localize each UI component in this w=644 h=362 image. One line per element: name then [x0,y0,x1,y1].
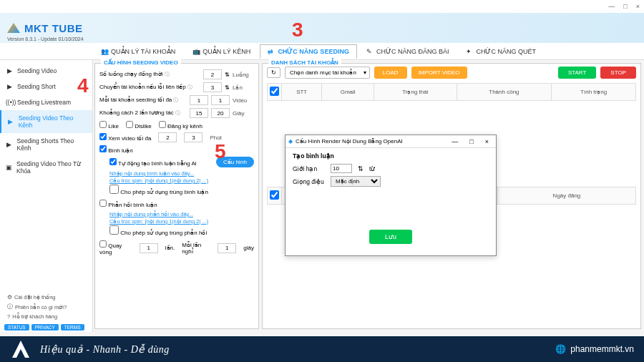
status-badge[interactable]: STATUS [4,324,29,331]
select-all-videos-checkbox[interactable] [270,190,279,200]
watch-max-input[interactable] [184,132,203,142]
gap-max-input[interactable] [211,108,230,118]
maxseed-label: Mỗi tài khoản seeding tối đa [99,97,172,103]
maximize-button[interactable]: □ [623,3,627,10]
watch-min-input[interactable] [158,132,177,142]
changelog-link[interactable]: ⓘPhiên bản có gì mới? [4,302,90,312]
comment-content-link[interactable]: Nhập nội dung bình luận vào đây... [109,170,254,177]
col-date: Ngày đăng [497,187,635,205]
tone-select[interactable]: Mặc định [331,176,381,187]
window-titlebar: — □ × [0,0,644,13]
allow-dup-reply-checkbox[interactable]: Cho phép sử dụng trùng phản hồi [109,230,207,236]
globe-icon: 🌐 [555,344,566,354]
maxseed-max-input[interactable] [211,95,230,105]
play-icon: ▶ [6,67,13,74]
sidebar-item-seeding-video[interactable]: ▶Seeding Video [0,63,92,79]
dislike-checkbox[interactable]: Dislike [126,121,152,129]
reply-spin-link[interactable]: Cấu trúc spin: {nội dung 1|nội dung 2| .… [109,218,254,225]
tab-channels[interactable]: 📺QUẢN LÝ KÊNH [185,44,258,59]
sidebar-item-label: Seeding Video Theo Kênh [19,114,87,129]
sidebar-item-seeding-livestream[interactable]: ((•))Seeding Livestream [0,94,92,110]
category-select[interactable]: Chọn danh mục tài khoản ▾ [285,67,370,79]
app-title: MKT TUBE [24,22,83,34]
threads-input[interactable] [203,69,222,79]
support-link[interactable]: ?Hỗ trợ khách hàng [4,312,90,321]
modal-close-button[interactable]: × [481,138,493,145]
like-label: Like [108,123,119,129]
footer-url[interactable]: 🌐phanmemmkt.vn [555,344,634,354]
tab-label: CHỨC NĂNG ĐĂNG BÀI [376,48,449,55]
reload-icon[interactable]: ↻ [267,67,280,78]
close-button[interactable]: × [636,3,640,10]
config-ai-button[interactable]: Cấu hình [216,157,254,167]
col-gmail: Gmail [322,84,374,101]
reply-checkbox[interactable]: Phản hồi bình luận [99,200,157,208]
start-button[interactable]: START [558,67,596,79]
table-header-row: STT Gmail Trạng thái Thành công Tình trạ… [268,84,636,101]
maxseed-unit: Video [233,97,254,104]
watch-checkbox[interactable]: Xem video tối đa [99,133,151,142]
stop-button[interactable]: STOP [600,67,636,79]
modal-minimize-button[interactable]: — [447,138,462,145]
sidebar-item-seeding-shorts-channel[interactable]: ▶Seeding Shorts Theo Kênh [0,133,92,156]
reply-content-link[interactable]: Nhập nội dung phản hồi vào đây... [109,211,254,217]
terms-badge[interactable]: TERMS [61,324,84,331]
category-placeholder: Chọn danh mục tài khoản [290,69,356,76]
post-icon: ✎ [366,48,374,55]
modal-save-button[interactable]: Lưu [369,230,412,244]
footer: Hiệu quả - Nhanh - Dễ dùng 🌐phanmemmkt.v… [0,336,644,362]
sidebar-item-label: Seeding Video [17,67,57,74]
modal-icon: ◆ [288,138,293,145]
tab-scan[interactable]: ✦CHỨC NĂNG QUÉT [458,44,544,59]
limit-input[interactable] [331,164,352,173]
auto-ai-checkbox[interactable]: Tự động tạo bình luận bằng Ai [109,158,197,167]
tab-posting[interactable]: ✎CHỨC NĂNG ĐĂNG BÀI [358,44,457,59]
comment-checkbox[interactable]: Bình luận [99,145,133,154]
privacy-badge[interactable]: PRIVACY [31,324,59,331]
like-checkbox[interactable]: Like [99,121,119,129]
rest-input[interactable] [218,243,236,253]
minimize-button[interactable]: — [608,3,615,10]
switch-input[interactable] [203,82,222,92]
accounts-table: STT Gmail Trạng thái Thành công Tình trạ… [267,83,636,101]
sidebar-item-seeding-video-channel[interactable]: ▶Seeding Video Theo Kênh [0,110,92,133]
limit-label: Giới hạn [293,165,325,172]
rest-unit: giây [243,245,254,251]
gap-min-input[interactable] [190,108,208,118]
modal-maximize-button[interactable]: □ [465,138,477,145]
live-icon: ((•)) [6,99,13,106]
tab-label: QUẢN LÝ KÊNH [203,48,250,55]
allow-dup-comment-checkbox[interactable]: Cho phép sử dụng trùng bình luận [109,189,208,195]
gap-unit: Giây [233,110,254,117]
tab-label: CHỨC NĂNG QUÉT [476,48,536,55]
settings-link[interactable]: ⚙Cài đặt hệ thống [4,293,90,302]
help-icon[interactable]: ⓘ [187,84,192,89]
subscribe-checkbox[interactable]: Đăng ký kênh [159,121,203,129]
help-icon[interactable]: ⓘ [175,110,180,115]
load-button[interactable]: LOAD [374,67,407,79]
tab-label: CHỨC NĂNG SEEDING [278,48,349,55]
comment-spin-link[interactable]: Cấu trúc spin: {nội dung 1|nội dung 2| .… [109,177,254,184]
help-icon[interactable]: ⓘ [173,97,178,102]
maxseed-min-input[interactable] [190,95,208,105]
sidebar-item-seeding-video-keyword[interactable]: ▣Seeding Video Theo Từ Khóa [0,156,92,179]
keyword-icon: ▣ [6,164,12,171]
col-success: Thành công [457,84,552,101]
tab-accounts[interactable]: 👥QUẢN LÝ TÀI KHOẢN [93,44,183,59]
tab-seeding[interactable]: ⇄CHỨC NĂNG SEEDING [260,44,357,59]
sidebar-item-seeding-short[interactable]: ▶Seeding Short [0,79,92,94]
logo-icon [7,23,20,33]
help-icon[interactable]: ⓘ [165,72,170,77]
rest-label: Mỗi lần nghỉ [182,242,210,255]
app-logo: MKT TUBE [7,22,83,34]
modal-section-title: Tạo bình luận [293,152,489,160]
threads-label: Số luồng chạy đồng thời [99,71,163,77]
accounts-panel-title: DANH SÁCH TÀI KHOẢN [268,59,341,66]
sidebar-item-label: Seeding Shorts Theo Kênh [17,137,87,152]
import-video-button[interactable]: IMPORT VIDEO [411,67,467,79]
tab-label: QUẢN LÝ TÀI KHOẢN [111,48,175,55]
col-state: Tình trạng [552,84,636,101]
loop-count-input[interactable] [140,243,158,253]
loop-checkbox[interactable]: Quay vòng [99,240,132,255]
select-all-checkbox[interactable] [270,87,279,96]
